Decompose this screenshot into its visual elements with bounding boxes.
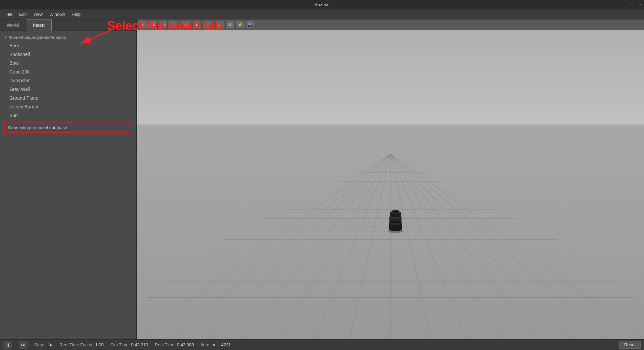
close-button[interactable]: × — [639, 2, 641, 7]
pause-button[interactable]: ⏸ — [3, 341, 12, 349]
folder-gazebo-models[interactable]: ▼ /home/nadya/.gazebo/models — [0, 34, 136, 41]
title-bar: Gazebo − □ × — [0, 0, 644, 9]
toolbar-select-btn[interactable]: ↖ — [139, 21, 148, 29]
toolbar-scale-btn[interactable]: ⤢ — [169, 21, 178, 29]
svg-line-26 — [390, 154, 502, 339]
real-time-factor-display: Real Time Factor: 1.00 — [59, 342, 104, 347]
minimize-button[interactable]: − — [629, 2, 631, 7]
model-item-sun[interactable]: Sun — [0, 111, 136, 120]
model-item-bookshelf[interactable]: Bookshelf — [0, 50, 136, 59]
toolbar-box-btn[interactable]: ■ — [182, 21, 191, 29]
tab-bar: World Insert — [0, 19, 136, 31]
toolbar-move-btn[interactable]: ✥ — [149, 21, 158, 29]
window-title: Gazebo — [314, 2, 330, 7]
model-item-bowl[interactable]: Bowl — [0, 59, 136, 67]
menu-view[interactable]: View — [30, 10, 46, 18]
steps-display: Steps: 1▸ — [34, 342, 53, 347]
toolbar-camera-btn[interactable]: 📷 — [246, 21, 254, 29]
model-item-ground-plane[interactable]: Ground Plane — [0, 94, 136, 102]
toolbar-rotate-btn[interactable]: ↻ — [159, 21, 168, 29]
menu-edit[interactable]: Edit — [16, 10, 30, 18]
model-item-jersey-barrier[interactable]: Jersey Barrier — [0, 102, 136, 111]
model-item-grey-wall[interactable]: Grey Wall — [0, 85, 136, 94]
connecting-box: Connecting to model database... — [4, 122, 132, 133]
folder-triangle-icon: ▼ — [4, 36, 7, 39]
model-item-dumpster[interactable]: Dumpster — [0, 76, 136, 85]
model-list: ▼ /home/nadya/.gazebo/models Beer Booksh… — [0, 31, 136, 339]
left-panel: World Insert ▼ /home/nadya/.gazebo/model… — [0, 19, 137, 339]
3d-scene[interactable] — [137, 30, 644, 339]
maximize-button[interactable]: □ — [634, 2, 636, 7]
tab-world[interactable]: World — [0, 19, 26, 31]
toolbar-light-btn[interactable]: ✦ — [215, 21, 224, 29]
toolbar-cylinder-btn[interactable]: □ — [202, 21, 211, 29]
sim-time-display: Sim Time: 0:42.210 — [110, 342, 148, 347]
svg-line-17 — [172, 154, 390, 339]
menu-window[interactable]: Window — [46, 10, 68, 18]
main-layout: World Insert ▼ /home/nadya/.gazebo/model… — [0, 19, 644, 339]
window-controls[interactable]: − □ × — [629, 2, 641, 7]
iterations-display: Iterations: 4221 — [201, 342, 231, 347]
tab-insert[interactable]: Insert — [26, 19, 52, 31]
toolbar-sphere-btn[interactable]: ● — [192, 21, 201, 29]
svg-line-27 — [390, 154, 537, 339]
menu-bar: File Edit View Window Help Select the In… — [0, 9, 644, 19]
toolbar-joint-btn[interactable]: ⚙ — [225, 21, 234, 29]
toolbar: ↖ ✥ ↻ ⤢ ■ ● □ ✦ ⚙ ⚡ 📷 — [137, 19, 644, 30]
toolbar-physics-btn[interactable]: ⚡ — [235, 21, 244, 29]
svg-point-44 — [391, 210, 399, 213]
status-bar: ⏸ ⏭ Steps: 1▸ Real Time Factor: 1.00 Sim… — [0, 339, 644, 350]
robot-model — [385, 209, 406, 231]
viewport[interactable]: ↖ ✥ ↻ ⤢ ■ ● □ ✦ ⚙ ⚡ 📷 — [137, 19, 644, 339]
step-button[interactable]: ⏭ — [19, 341, 28, 349]
menu-help[interactable]: Help — [68, 10, 84, 18]
toolbar-sep1 — [180, 21, 180, 28]
toolbar-sep2 — [213, 21, 213, 28]
model-item-cube20k[interactable]: Cube 20k — [0, 67, 136, 76]
svg-line-28 — [390, 154, 573, 339]
reset-button[interactable]: Reset — [619, 341, 641, 349]
svg-line-20 — [279, 154, 390, 339]
model-item-beer[interactable]: Beer — [0, 41, 136, 50]
svg-line-18 — [208, 154, 390, 339]
svg-line-29 — [390, 154, 608, 339]
real-time-display: Real Time: 0:42.988 — [155, 342, 194, 347]
svg-line-19 — [244, 154, 390, 339]
menu-file[interactable]: File — [2, 10, 16, 18]
